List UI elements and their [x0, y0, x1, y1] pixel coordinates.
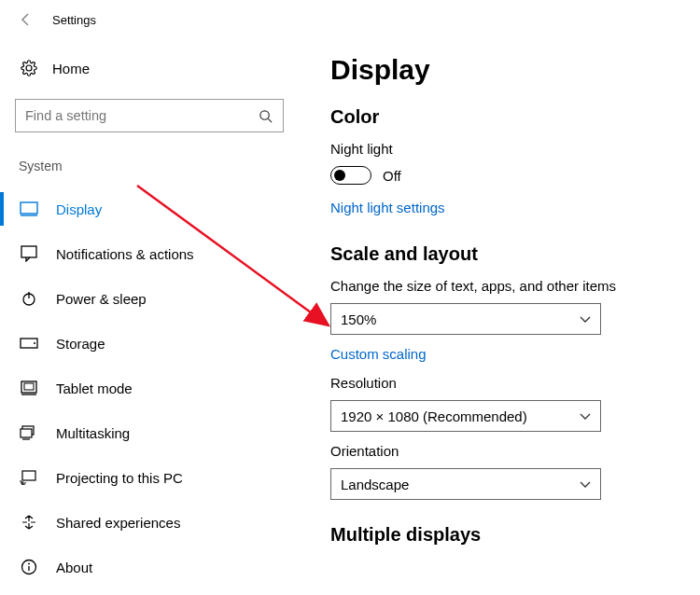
multitasking-icon [19, 425, 39, 440]
custom-scaling-link[interactable]: Custom scaling [330, 346, 427, 362]
section-color: Color [330, 106, 674, 128]
svg-rect-4 [21, 246, 36, 257]
nav-item-label: Storage [56, 336, 105, 352]
display-icon [19, 201, 39, 216]
power-icon [19, 290, 39, 307]
projecting-icon [19, 470, 39, 485]
notifications-icon [19, 245, 39, 262]
orientation-label: Orientation [330, 443, 674, 459]
svg-point-8 [34, 342, 35, 344]
nav-power[interactable]: Power & sleep [0, 276, 299, 321]
chevron-down-icon [580, 408, 591, 424]
svg-rect-13 [21, 429, 32, 437]
scale-select[interactable]: 150% [330, 303, 601, 335]
nav-item-label: Notifications & actions [56, 246, 194, 262]
scale-value: 150% [341, 311, 376, 327]
sidebar-section-label: System [0, 159, 299, 187]
nav-storage[interactable]: Storage [0, 321, 299, 366]
chevron-down-icon [580, 476, 591, 492]
search-input-wrap[interactable] [15, 99, 284, 132]
section-scale: Scale and layout [330, 243, 674, 265]
nav-home[interactable]: Home [0, 52, 299, 84]
svg-rect-10 [24, 383, 34, 390]
search-input[interactable] [25, 108, 257, 123]
nav-display[interactable]: Display [0, 187, 299, 231]
shared-icon [19, 514, 39, 531]
page-title: Display [330, 54, 674, 86]
nav-item-label: Shared experiences [56, 515, 180, 531]
orientation-value: Landscape [341, 477, 409, 492]
orientation-select[interactable]: Landscape [330, 468, 601, 500]
nav-shared[interactable]: Shared experiences [0, 500, 299, 545]
about-icon [19, 559, 39, 575]
svg-point-0 [259, 110, 268, 118]
svg-line-1 [268, 118, 272, 122]
svg-rect-15 [22, 471, 35, 480]
night-light-label: Night light [330, 141, 674, 157]
night-light-toggle[interactable] [330, 166, 371, 185]
gear-icon [19, 60, 39, 76]
tablet-icon [19, 380, 39, 396]
nav-notifications[interactable]: Notifications & actions [0, 231, 299, 276]
storage-icon [19, 338, 39, 349]
nav-multitasking[interactable]: Multitasking [0, 410, 299, 455]
nav-item-label: Display [56, 201, 102, 217]
nav-tablet[interactable]: Tablet mode [0, 366, 299, 410]
nav-projecting[interactable]: Projecting to this PC [0, 455, 299, 500]
nav-item-label: Projecting to this PC [56, 470, 183, 486]
window-title: Settings [52, 13, 96, 27]
resolution-select[interactable]: 1920 × 1080 (Recommended) [330, 400, 601, 432]
svg-point-17 [28, 563, 30, 565]
night-light-state: Off [383, 168, 401, 184]
nav-item-label: Multitasking [56, 425, 130, 441]
nav-item-label: About [56, 560, 92, 575]
sidebar: Home System Display Notifications & acti… [0, 39, 299, 595]
nav-home-label: Home [52, 61, 90, 76]
back-button[interactable] [13, 7, 39, 33]
resolution-value: 1920 × 1080 (Recommended) [341, 408, 527, 424]
resolution-label: Resolution [330, 375, 674, 391]
night-light-settings-link[interactable]: Night light settings [330, 200, 445, 215]
scale-label: Change the size of text, apps, and other… [330, 278, 674, 294]
nav-item-label: Power & sleep [56, 291, 147, 307]
search-icon [257, 109, 273, 123]
chevron-down-icon [580, 311, 591, 327]
nav-item-label: Tablet mode [56, 381, 133, 396]
section-multiple: Multiple displays [330, 524, 674, 546]
nav-about[interactable]: About [0, 545, 299, 589]
main-panel: Display Color Night light Off Night ligh… [299, 39, 700, 595]
svg-rect-2 [21, 202, 37, 214]
